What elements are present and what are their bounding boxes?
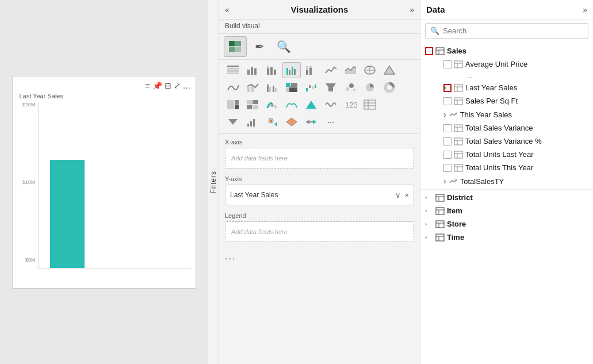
viz-tab-pen[interactable]: ✒: [248, 36, 271, 57]
viz-chart-mountain[interactable]: [380, 62, 399, 78]
viz-chart-wave[interactable]: [322, 97, 340, 113]
legend-drop-zone[interactable]: Add data fields here: [225, 221, 414, 242]
svg-point-45: [353, 89, 355, 91]
tree-item-total-sales-variance-pct[interactable]: Total Sales Variance %: [439, 135, 593, 148]
viz-chart-map[interactable]: [361, 62, 379, 78]
total-sales-variance-pct-label: Total Sales Variance %: [465, 137, 542, 145]
search-box[interactable]: 🔍: [425, 23, 588, 39]
viz-collapse-left[interactable]: «: [225, 5, 229, 14]
svg-rect-31: [269, 87, 271, 92]
data-expand-right[interactable]: »: [583, 5, 587, 14]
legend-label: Legend: [225, 212, 414, 219]
more-dots[interactable]: ...: [225, 249, 414, 264]
viz-chart-colormap[interactable]: [282, 79, 301, 95]
viz-chart-table[interactable]: [224, 62, 242, 78]
tree-item-this-year-sales[interactable]: This Year Sales: [439, 108, 593, 121]
filter-icon[interactable]: ⊟: [164, 81, 171, 90]
tree-item-time[interactable]: › Time: [420, 231, 593, 244]
tree-item-store[interactable]: › Store: [420, 217, 593, 231]
y-label-0m: $0M: [25, 257, 36, 263]
svg-marker-69: [286, 118, 297, 126]
expand-icon[interactable]: ∨: [395, 191, 401, 200]
avg-unit-price-label: Average Unit Price: [465, 60, 527, 68]
filters-panel: Filters: [208, 0, 219, 364]
tree-item-total-units-this-year[interactable]: Total Units This Year: [439, 161, 593, 174]
tree-item-avg-unit-price[interactable]: Average Unit Price: [439, 58, 593, 71]
viz-chart-100pct[interactable]: [302, 62, 320, 78]
svg-rect-39: [309, 85, 311, 88]
remove-icon[interactable]: ×: [404, 191, 409, 200]
total-units-this-year-checkbox[interactable]: [443, 164, 452, 172]
viz-chart-linecurve[interactable]: [224, 79, 242, 95]
viz-chart-treemap[interactable]: [224, 97, 242, 113]
total-sales-variance-checkbox[interactable]: [443, 124, 452, 132]
viz-tab-search[interactable]: 🔍: [272, 36, 295, 57]
svg-marker-42: [326, 83, 336, 91]
sales-per-sqft-checkbox[interactable]: [443, 97, 452, 105]
expand-icon[interactable]: ⤢: [174, 81, 181, 90]
tree-item-total-sales-variance[interactable]: Total Sales Variance: [439, 121, 593, 135]
sales-checkbox[interactable]: [425, 47, 433, 55]
viz-chart-barsmall[interactable]: [243, 114, 262, 130]
viz-chart-waterfall[interactable]: [302, 79, 320, 95]
total-units-this-year-label: Total Units This Year: [465, 163, 533, 172]
viz-chart-arrow-down[interactable]: [224, 114, 242, 130]
sales-per-sqft-label: Sales Per Sq Ft: [465, 97, 518, 105]
viz-chart-scatter[interactable]: [341, 79, 359, 95]
y-label-10m: $10M: [22, 179, 36, 185]
viz-chart-area[interactable]: [341, 62, 359, 78]
viz-chart-number[interactable]: 123: [341, 97, 359, 113]
tree-item-sales-per-sqft[interactable]: Sales Per Sq Ft: [439, 94, 593, 108]
viz-chart-barcluster2[interactable]: [263, 79, 281, 95]
tree-item-total-units-last-year[interactable]: Total Units Last Year: [439, 148, 593, 161]
tree-item-district[interactable]: › District: [420, 191, 593, 204]
pin-icon[interactable]: 📌: [152, 81, 162, 90]
viz-chart-bird[interactable]: [282, 97, 301, 113]
y-axis-filled[interactable]: Last Year Sales ∨ ×: [225, 185, 414, 205]
viz-chart-line[interactable]: [322, 62, 340, 78]
viz-chart-funnel[interactable]: [322, 79, 340, 95]
field-icon-total-units-last-year: [454, 151, 463, 159]
svg-rect-8: [247, 70, 250, 75]
search-input[interactable]: [443, 26, 583, 35]
last-year-sales-checkbox[interactable]: [443, 84, 452, 92]
svg-rect-35: [291, 83, 297, 87]
tree-item-item[interactable]: › Item: [420, 204, 593, 217]
tree-item-total-sales-ty[interactable]: TotalSalesTY: [439, 174, 593, 188]
svg-rect-12: [267, 66, 269, 68]
viz-chart-table2[interactable]: [361, 97, 379, 113]
viz-chart-gauge[interactable]: [263, 97, 281, 113]
total-sales-variance-pct-checkbox[interactable]: [443, 137, 452, 145]
chevron-store: ›: [425, 221, 433, 227]
this-year-sales-label: This Year Sales: [460, 110, 512, 119]
viz-chart-bar[interactable]: [243, 62, 262, 78]
tree-item-last-year-sales[interactable]: Last Year Sales: [439, 81, 593, 94]
viz-chart-clustered[interactable]: [282, 62, 301, 78]
hamburger-icon[interactable]: ≡: [145, 81, 150, 90]
svg-rect-36: [286, 87, 289, 92]
viz-panel-header: « Visualizations »: [219, 0, 420, 20]
tree-item-sales[interactable]: Sales: [420, 44, 593, 58]
data-panel-title: Data: [426, 5, 445, 14]
viz-chart-pie[interactable]: [361, 79, 379, 95]
svg-rect-110: [436, 234, 444, 241]
viz-chart-nav[interactable]: [302, 97, 320, 113]
viz-chart-arrows[interactable]: [302, 114, 320, 130]
viz-expand-right[interactable]: »: [410, 5, 414, 14]
viz-tab-grid[interactable]: [224, 36, 247, 57]
x-axis-drop-zone[interactable]: Add data fields here: [225, 148, 414, 168]
viz-chart-barline[interactable]: [243, 79, 262, 95]
viz-chart-donut[interactable]: [380, 79, 399, 95]
viz-chart-more[interactable]: ···: [322, 114, 340, 130]
svg-rect-10: [254, 68, 257, 75]
search-icon: 🔍: [430, 26, 439, 35]
viz-chart-matrix[interactable]: [243, 97, 262, 113]
avg-unit-price-checkbox[interactable]: [443, 60, 452, 68]
svg-rect-65: [253, 119, 255, 127]
more-icon[interactable]: …: [183, 81, 191, 90]
viz-chart-location[interactable]: [263, 114, 281, 130]
svg-marker-27: [384, 66, 395, 74]
viz-chart-diamond[interactable]: [282, 114, 301, 130]
total-units-last-year-checkbox[interactable]: [443, 151, 452, 159]
viz-chart-stacked[interactable]: [263, 62, 281, 78]
